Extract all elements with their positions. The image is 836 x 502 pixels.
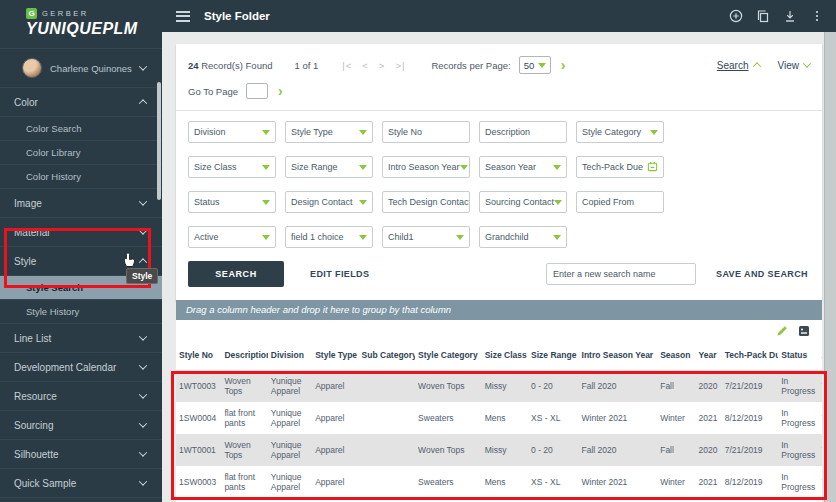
view-section-toggle[interactable]: View [778, 60, 811, 71]
copied-from-input[interactable] [576, 191, 664, 213]
style-type-select[interactable]: Style Type [285, 121, 373, 143]
column-header-division[interactable]: Division [268, 342, 312, 370]
sidebar-item-color-library[interactable]: Color Library [0, 141, 162, 165]
design-contact-select[interactable]: Design Contact [285, 191, 373, 213]
records-per-page-select[interactable]: 50 [519, 56, 551, 74]
sidebar-item-line-list[interactable]: Line List [0, 324, 162, 353]
table-row-1SW0004[interactable]: 1SW0004flat front pantsYunique ApparelAp… [176, 402, 822, 434]
cell-style-category: Sweaters [415, 466, 482, 498]
sidebar-item-image[interactable]: Image [0, 189, 162, 218]
column-header-size-class[interactable]: Size Class [482, 342, 528, 370]
child1-select[interactable]: Child1 [382, 226, 470, 248]
column-header-tech-pack-due[interactable]: Tech-Pack Due [722, 342, 779, 370]
column-header-intro-season-year[interactable]: Intro Season Year [579, 342, 658, 370]
column-header-style-no[interactable]: Style No [176, 342, 221, 370]
edit-fields-button[interactable]: EDIT FIELDS [310, 269, 369, 279]
group-by-drop-zone[interactable]: Drag a column header and drop it here to… [176, 300, 822, 320]
column-header-status[interactable]: Status [778, 342, 818, 370]
style-no-input[interactable] [382, 121, 470, 143]
add-circle-icon[interactable] [729, 9, 743, 23]
field-label: Division [194, 127, 226, 137]
next-page-icon[interactable]: > [379, 60, 386, 71]
column-header-season[interactable]: Season [657, 342, 695, 370]
goto-page-input[interactable] [246, 83, 268, 99]
last-page-icon[interactable]: >| [395, 60, 405, 71]
field-label: Intro Season Year [388, 162, 460, 172]
table-row-1WT0003[interactable]: 1WT0003Woven TopsYunique ApparelApparelW… [176, 370, 822, 402]
sidebar: G GERBER YUNIQUEPLM Charlene Quinones Co… [0, 0, 162, 502]
sidebar-item-color[interactable]: Color [0, 88, 162, 117]
column-header-description[interactable]: Description [221, 342, 267, 370]
page-scrollbar[interactable] [824, 32, 836, 502]
field-label: Grandchild [485, 232, 529, 242]
download-icon[interactable] [783, 9, 797, 23]
prev-page-icon[interactable]: < [362, 60, 369, 71]
sidebar-item-control[interactable]: Control [0, 498, 162, 502]
column-header-year[interactable]: Year [696, 342, 722, 370]
edit-pencil-icon[interactable] [776, 325, 788, 337]
chevron-down-icon [139, 390, 147, 398]
column-header-style-category[interactable]: Style Category [415, 342, 482, 370]
tech-design-contact-select[interactable]: Tech Design Contact [382, 191, 470, 213]
size-class-select[interactable]: Size Class [188, 156, 276, 178]
cell-style-category: Woven Tops [415, 370, 482, 402]
apply-page-size-icon[interactable]: › [561, 58, 566, 72]
cell-season: Fall [657, 434, 695, 466]
season-year-select[interactable]: Season Year [479, 156, 567, 178]
goto-page-icon[interactable]: › [278, 84, 283, 98]
copy-icon[interactable] [756, 9, 770, 23]
field-label: Status [194, 197, 220, 207]
column-header-style-type[interactable]: Style Type [312, 342, 358, 370]
sidebar-item-label: Color Library [26, 147, 80, 158]
search-toggle-label: Search [717, 60, 749, 71]
sidebar-item-development-calendar[interactable]: Development Calendar [0, 353, 162, 382]
save-and-search-button[interactable]: SAVE AND SEARCH [716, 269, 808, 279]
export-icon[interactable] [798, 325, 810, 337]
field-label: Sourcing Contact [485, 197, 554, 207]
sidebar-item-resource[interactable]: Resource [0, 382, 162, 411]
first-page-icon[interactable]: |< [342, 60, 352, 71]
active-select[interactable]: Active [188, 226, 276, 248]
column-header-active[interactable]: Active [819, 342, 822, 370]
sidebar-item-color-history[interactable]: Color History [0, 165, 162, 189]
field-label: Active [194, 232, 219, 242]
sidebar-scrollbar[interactable] [157, 82, 161, 200]
chevron-up-icon [139, 258, 147, 266]
division-select[interactable]: Division [188, 121, 276, 143]
more-vertical-icon[interactable] [810, 9, 824, 23]
column-header-size-range[interactable]: Size Range [528, 342, 578, 370]
intro-season-year-select[interactable]: Intro Season Year [382, 156, 470, 178]
table-header-row: Style NoDescriptionDivisionStyle TypeSub… [176, 342, 822, 370]
size-range-select[interactable]: Size Range [285, 156, 373, 178]
cell-season: Winter [657, 466, 695, 498]
tech-pack-due-date-field[interactable]: Tech-Pack Due [576, 156, 664, 178]
style-category-select[interactable]: Style Category [576, 121, 664, 143]
search-section-toggle[interactable]: Search [717, 60, 760, 71]
cell-status: In Progress [778, 466, 818, 498]
search-button[interactable]: SEARCH [188, 261, 284, 287]
field-label: Tech-Pack Due [582, 162, 643, 172]
description-input[interactable] [479, 121, 567, 143]
grandchild-select[interactable]: Grandchild [479, 226, 567, 248]
sidebar-item-color-search[interactable]: Color Search [0, 117, 162, 141]
sidebar-item-silhouette[interactable]: Silhouette [0, 440, 162, 469]
table-row-1WT0001[interactable]: 1WT0001Woven TopsYunique ApparelApparelW… [176, 434, 822, 466]
hamburger-menu-icon[interactable] [176, 8, 190, 24]
sidebar-item-sourcing[interactable]: Sourcing [0, 411, 162, 440]
sidebar-item-style-history[interactable]: Style History [0, 300, 162, 324]
field-label: Style Category [582, 127, 641, 137]
sourcing-contact-select[interactable]: Sourcing Contact [479, 191, 567, 213]
chevron-up-icon [752, 62, 760, 70]
sidebar-item-quick-sample[interactable]: Quick Sample [0, 469, 162, 498]
dropdown-arrow-icon [359, 165, 367, 170]
sidebar-item-material[interactable]: Material [0, 218, 162, 247]
search-name-input[interactable] [546, 263, 696, 285]
table-body: 1WT0003Woven TopsYunique ApparelApparelW… [176, 370, 822, 498]
table-row-1SW0003[interactable]: 1SW0003flat front pantsYunique ApparelAp… [176, 466, 822, 498]
field-1-choice-select[interactable]: field 1 choice [285, 226, 373, 248]
column-header-sub-category[interactable]: Sub Category [359, 342, 416, 370]
status-select[interactable]: Status [188, 191, 276, 213]
cell-style-type: Apparel [312, 466, 358, 498]
user-menu[interactable]: Charlene Quinones [0, 48, 162, 88]
sidebar-item-label: Color [14, 97, 38, 108]
